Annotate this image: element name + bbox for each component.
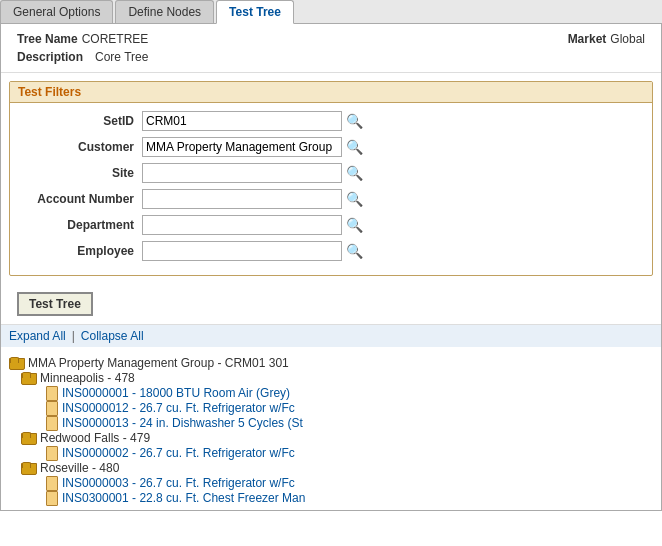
- tree-node-row-ins0000012[interactable]: INS0000012 - 26.7 cu. Ft. Refrigerator w…: [45, 401, 653, 415]
- filter-row-setid: SetID 🔍: [22, 111, 640, 131]
- tree-node-row-ins0300001[interactable]: INS0300001 - 22.8 cu. Ft. Chest Freezer …: [45, 491, 653, 505]
- department-search-icon[interactable]: 🔍: [346, 217, 363, 233]
- employee-label: Employee: [22, 244, 142, 258]
- filter-row-site: Site 🔍: [22, 163, 640, 183]
- account-label: Account Number: [22, 192, 142, 206]
- tab-define-nodes[interactable]: Define Nodes: [115, 0, 214, 23]
- tree-node-root: MMA Property Management Group - CRM01 30…: [9, 356, 653, 505]
- description-label: Description: [17, 50, 83, 64]
- folder-icon-root: [9, 357, 25, 370]
- description-value: Core Tree: [95, 50, 148, 64]
- site-search-icon[interactable]: 🔍: [346, 165, 363, 181]
- tree-node-row-ins0000002[interactable]: INS0000002 - 26.7 cu. Ft. Refrigerator w…: [45, 446, 653, 460]
- setid-label: SetID: [22, 114, 142, 128]
- doc-icon-ins0300001: [45, 491, 59, 505]
- folder-icon-minneapolis: [21, 372, 37, 385]
- filter-row-account: Account Number 🔍: [22, 189, 640, 209]
- node-text-redwood: Redwood Falls - 479: [40, 431, 150, 445]
- account-search-icon[interactable]: 🔍: [346, 191, 363, 207]
- doc-icon-ins0000003: [45, 476, 59, 490]
- filter-row-department: Department 🔍: [22, 215, 640, 235]
- folder-icon-redwood: [21, 432, 37, 445]
- node-link-ins0000012[interactable]: INS0000012 - 26.7 cu. Ft. Refrigerator w…: [62, 401, 295, 415]
- separator: |: [72, 329, 75, 343]
- node-text-root: MMA Property Management Group - CRM01 30…: [28, 356, 289, 370]
- setid-search-icon[interactable]: 🔍: [346, 113, 363, 129]
- description-row: Description Core Tree: [17, 50, 645, 64]
- tab-general-options[interactable]: General Options: [0, 0, 113, 23]
- test-tree-button[interactable]: Test Tree: [17, 292, 93, 316]
- node-link-ins0000013[interactable]: INS0000013 - 24 in. Dishwasher 5 Cycles …: [62, 416, 303, 430]
- tree-node-row-ins0000003[interactable]: INS0000003 - 26.7 cu. Ft. Refrigerator w…: [45, 476, 653, 490]
- folder-icon-roseville: [21, 462, 37, 475]
- setid-input[interactable]: [142, 111, 342, 131]
- tree-node-ins0000002: INS0000002 - 26.7 cu. Ft. Refrigerator w…: [45, 446, 653, 460]
- doc-icon-ins0000001: [45, 386, 59, 400]
- customer-input[interactable]: [142, 137, 342, 157]
- node-link-ins0000001[interactable]: INS0000001 - 18000 BTU Room Air (Grey): [62, 386, 290, 400]
- tree-node-ins0000003: INS0000003 - 26.7 cu. Ft. Refrigerator w…: [45, 476, 653, 490]
- tree-node-ins0000013: INS0000013 - 24 in. Dishwasher 5 Cycles …: [45, 416, 653, 430]
- doc-icon-ins0000012: [45, 401, 59, 415]
- employee-search-icon[interactable]: 🔍: [346, 243, 363, 259]
- filters-body: SetID 🔍 Customer 🔍 Site 🔍 Account Number…: [10, 103, 652, 275]
- tree-node-roseville: Roseville - 480 INS0000003 - 26.7 cu. Ft…: [21, 461, 653, 505]
- tree-info-section: Tree Name CORETREE Market Global Descrip…: [1, 24, 661, 73]
- filter-row-employee: Employee 🔍: [22, 241, 640, 261]
- customer-label: Customer: [22, 140, 142, 154]
- test-filters-section: Test Filters SetID 🔍 Customer 🔍 Site 🔍 A…: [9, 81, 653, 276]
- tab-test-tree[interactable]: Test Tree: [216, 0, 294, 24]
- employee-input[interactable]: [142, 241, 342, 261]
- filter-row-customer: Customer 🔍: [22, 137, 640, 157]
- tree-node-row-root[interactable]: MMA Property Management Group - CRM01 30…: [9, 356, 653, 370]
- tree-node-ins0000001: INS0000001 - 18000 BTU Room Air (Grey): [45, 386, 653, 400]
- node-text-minneapolis: Minneapolis - 478: [40, 371, 135, 385]
- tree-name-value: CORETREE: [82, 32, 149, 46]
- tree-node-row-roseville[interactable]: Roseville - 480: [21, 461, 653, 475]
- tree-node-ins0300001: INS0300001 - 22.8 cu. Ft. Chest Freezer …: [45, 491, 653, 505]
- doc-icon-ins0000002: [45, 446, 59, 460]
- content-area: Tree Name CORETREE Market Global Descrip…: [0, 24, 662, 511]
- node-text-roseville: Roseville - 480: [40, 461, 119, 475]
- market-label: Market: [568, 32, 607, 46]
- site-label: Site: [22, 166, 142, 180]
- collapse-all-link[interactable]: Collapse All: [81, 329, 144, 343]
- doc-icon-ins0000013: [45, 416, 59, 430]
- node-link-ins0300001[interactable]: INS0300001 - 22.8 cu. Ft. Chest Freezer …: [62, 491, 305, 505]
- filters-title: Test Filters: [10, 82, 652, 103]
- tree-node-minneapolis: Minneapolis - 478 INS0000001 - 18000 BTU…: [21, 371, 653, 430]
- node-link-ins0000002[interactable]: INS0000002 - 26.7 cu. Ft. Refrigerator w…: [62, 446, 295, 460]
- tree-node-row-ins0000001[interactable]: INS0000001 - 18000 BTU Room Air (Grey): [45, 386, 653, 400]
- tree-name-label: Tree Name: [17, 32, 78, 46]
- expand-all-link[interactable]: Expand All: [9, 329, 66, 343]
- department-label: Department: [22, 218, 142, 232]
- department-input[interactable]: [142, 215, 342, 235]
- tree-node-row-ins0000013[interactable]: INS0000013 - 24 in. Dishwasher 5 Cycles …: [45, 416, 653, 430]
- tab-bar: General Options Define Nodes Test Tree: [0, 0, 662, 24]
- tree-container: MMA Property Management Group - CRM01 30…: [1, 351, 661, 510]
- site-input[interactable]: [142, 163, 342, 183]
- tree-name-row: Tree Name CORETREE Market Global: [17, 32, 645, 46]
- tree-node-row-redwood[interactable]: Redwood Falls - 479: [21, 431, 653, 445]
- tree-node-redwood: Redwood Falls - 479 INS0000002 - 26.7 cu…: [21, 431, 653, 460]
- expand-collapse-bar: Expand All | Collapse All: [1, 325, 661, 347]
- tree-node-ins0000012: INS0000012 - 26.7 cu. Ft. Refrigerator w…: [45, 401, 653, 415]
- account-input[interactable]: [142, 189, 342, 209]
- button-section: Test Tree: [1, 284, 661, 325]
- customer-search-icon[interactable]: 🔍: [346, 139, 363, 155]
- tree-node-row-minneapolis[interactable]: Minneapolis - 478: [21, 371, 653, 385]
- market-value: Global: [610, 32, 645, 46]
- node-link-ins0000003[interactable]: INS0000003 - 26.7 cu. Ft. Refrigerator w…: [62, 476, 295, 490]
